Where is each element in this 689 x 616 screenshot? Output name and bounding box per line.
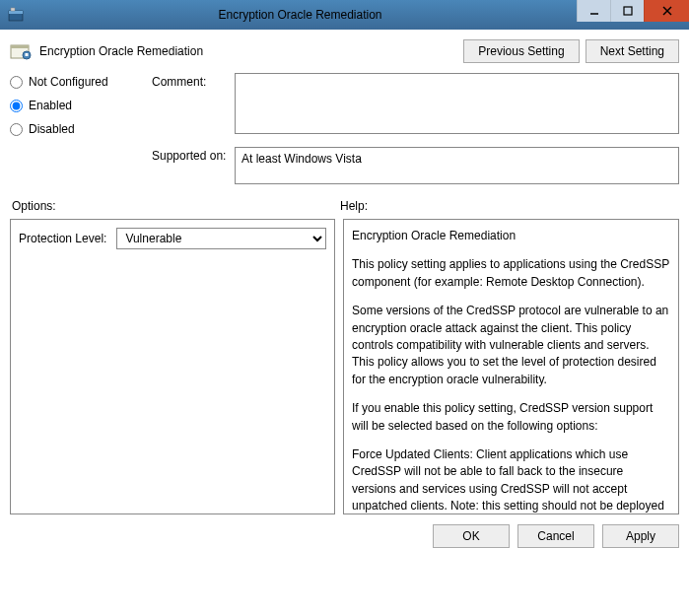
svg-rect-2 <box>11 8 15 11</box>
help-text: This policy setting applies to applicati… <box>352 256 670 291</box>
radio-label: Disabled <box>29 122 75 136</box>
comment-label: Comment: <box>152 73 231 89</box>
options-panel: Protection Level: Force Updated ClientsM… <box>10 219 335 514</box>
svg-rect-10 <box>26 53 29 56</box>
supported-label: Supported on: <box>152 147 231 163</box>
svg-rect-8 <box>11 45 29 48</box>
comment-textarea[interactable] <box>235 73 679 134</box>
options-heading: Options: <box>10 199 335 213</box>
previous-setting-button[interactable]: Previous Setting <box>463 39 579 63</box>
radio-label: Not Configured <box>29 75 108 89</box>
radio-enabled-input[interactable] <box>10 100 23 112</box>
radio-disabled[interactable]: Disabled <box>10 122 148 136</box>
cancel-button[interactable]: Cancel <box>517 524 594 548</box>
svg-rect-1 <box>9 11 23 14</box>
title-bar: Encryption Oracle Remediation <box>0 0 689 30</box>
window-controls <box>577 0 689 30</box>
apply-button[interactable]: Apply <box>602 524 679 548</box>
help-heading: Help: <box>335 199 368 213</box>
radio-enabled[interactable]: Enabled <box>10 99 148 112</box>
policy-icon <box>10 42 32 60</box>
app-icon <box>8 7 24 23</box>
help-panel[interactable]: Encryption Oracle Remediation This polic… <box>343 219 679 514</box>
protection-level-select[interactable]: Force Updated ClientsMitigatedVulnerable <box>116 228 326 249</box>
radio-label: Enabled <box>29 99 72 112</box>
ok-button[interactable]: OK <box>433 524 510 548</box>
radio-disabled-input[interactable] <box>10 123 23 136</box>
header: Encryption Oracle Remediation Previous S… <box>10 39 679 63</box>
radio-not-configured-input[interactable] <box>10 76 23 89</box>
window-title: Encryption Oracle Remediation <box>24 8 577 22</box>
help-text: Some versions of the CredSSP protocol ar… <box>352 303 670 388</box>
policy-title: Encryption Oracle Remediation <box>39 44 203 58</box>
help-text: Force Updated Clients: Client applicatio… <box>352 446 670 514</box>
radio-not-configured[interactable]: Not Configured <box>10 75 148 89</box>
minimize-button[interactable] <box>577 0 610 22</box>
help-text: Encryption Oracle Remediation <box>352 228 670 244</box>
protection-level-label: Protection Level: <box>19 232 106 245</box>
close-button[interactable] <box>644 0 689 22</box>
help-text: If you enable this policy setting, CredS… <box>352 400 670 435</box>
next-setting-button[interactable]: Next Setting <box>586 39 679 63</box>
supported-textarea[interactable]: At least Windows Vista <box>235 147 679 184</box>
svg-rect-4 <box>624 7 632 15</box>
footer: OK Cancel Apply <box>0 514 689 558</box>
maximize-button[interactable] <box>610 0 644 22</box>
